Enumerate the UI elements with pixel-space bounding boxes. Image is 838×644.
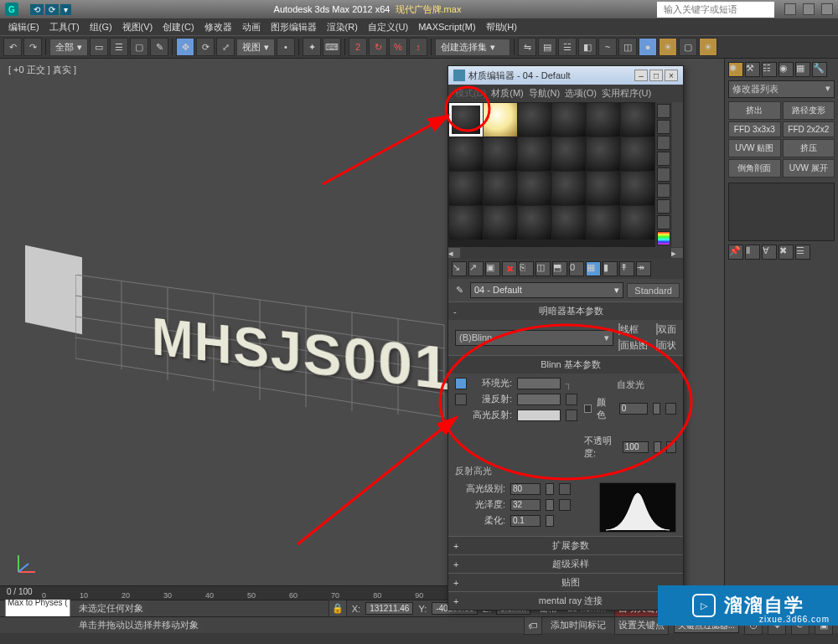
configure-icon[interactable]: ☰	[795, 245, 810, 260]
spinner-icon[interactable]	[653, 403, 660, 415]
menu-item[interactable]: 材质(M)	[491, 87, 524, 100]
lock-selection-icon[interactable]: 🔒	[328, 600, 347, 618]
diffuse-swatch[interactable]	[517, 394, 561, 405]
menu-item[interactable]: 组(G)	[86, 19, 116, 35]
sample-slot[interactable]	[518, 103, 551, 137]
scale-icon[interactable]: ⤢	[216, 38, 235, 56]
redo-icon[interactable]: ↷	[23, 38, 42, 56]
sample-slot[interactable]	[484, 172, 517, 205]
modifier-stack[interactable]	[728, 183, 835, 241]
modifier-button[interactable]: FFD 2x2x2	[783, 121, 835, 137]
show-in-vp-icon[interactable]: ▦	[586, 261, 601, 276]
show-result-icon[interactable]: Ⅱ	[745, 245, 760, 260]
backlight-icon[interactable]	[657, 120, 670, 134]
soften-input[interactable]: 0.1	[510, 515, 541, 527]
menu-item[interactable]: 实用程序(U)	[602, 87, 651, 100]
add-time-tag[interactable]: 添加时间标记	[547, 618, 609, 632]
options-icon[interactable]	[657, 199, 670, 214]
reset-map-icon[interactable]: ✖	[502, 261, 517, 276]
menu-item[interactable]: MAXScript(M)	[415, 20, 478, 33]
close-icon[interactable]: ×	[665, 70, 678, 81]
mirror-icon[interactable]: ⇋	[518, 38, 536, 56]
curve-edit-icon[interactable]: ~	[598, 38, 617, 56]
sample-slot[interactable]	[621, 103, 654, 137]
sample-slot[interactable]	[621, 206, 654, 240]
modifier-button[interactable]: UVW 贴图	[728, 139, 781, 157]
sample-slot[interactable]	[587, 206, 620, 240]
create-tab-icon[interactable]: ✺	[728, 62, 743, 77]
plugin-btn[interactable]: ⟲	[30, 4, 44, 15]
shader-dropdown[interactable]: (B)Blinn▾	[455, 330, 613, 346]
remove-mod-icon[interactable]: ✖	[779, 245, 794, 260]
sample-slot[interactable]	[449, 206, 483, 240]
rollout-header[interactable]: -明暗器基本参数	[448, 302, 683, 320]
undo-icon[interactable]: ↶	[3, 38, 22, 56]
minimize-icon[interactable]: –	[634, 70, 648, 81]
put-library-icon[interactable]: ⬒	[552, 261, 567, 276]
sample-slot[interactable]	[484, 206, 517, 240]
sample-slot[interactable]	[484, 137, 517, 171]
material-type-button[interactable]: Standard	[627, 283, 680, 298]
pivot-icon[interactable]: •	[277, 38, 295, 56]
make-copy-icon[interactable]: ⎘	[519, 261, 534, 276]
rollout-header[interactable]: +贴图	[448, 574, 683, 591]
selfillum-input[interactable]: 0	[619, 403, 648, 415]
go-parent-icon[interactable]: ↟	[619, 261, 634, 276]
utility-tab-icon[interactable]: 🔧	[812, 62, 827, 77]
close-icon[interactable]	[821, 3, 833, 15]
sample-slot[interactable]	[587, 137, 620, 171]
render-frame-icon[interactable]: ▢	[679, 38, 697, 56]
spec-level-map-button[interactable]	[559, 483, 571, 495]
spec-level-input[interactable]: 80	[510, 483, 541, 495]
app-icon[interactable]: G	[5, 3, 18, 16]
rect-select-icon[interactable]: ▢	[130, 38, 148, 56]
menu-item[interactable]: 自定义(U)	[365, 19, 411, 35]
go-sibling-icon[interactable]: ↠	[636, 261, 651, 276]
render-setup-icon[interactable]: ☀	[659, 38, 677, 56]
sample-slot[interactable]	[518, 206, 551, 240]
selection-filter-dropdown[interactable]: 全部▾	[49, 39, 88, 56]
viewport-label[interactable]: [ +0 正交 ] 真实 ]	[8, 64, 76, 76]
paint-select-icon[interactable]: ✎	[150, 38, 168, 56]
material-editor-icon[interactable]: ●	[639, 38, 657, 56]
snap-2d-icon[interactable]: 2	[349, 38, 367, 56]
snap-angle-icon[interactable]: ↻	[369, 38, 387, 56]
render-icon[interactable]: ☀	[699, 38, 717, 56]
maximize-icon[interactable]: □	[649, 70, 663, 81]
graphite-icon[interactable]: ◧	[578, 38, 597, 56]
rollout-header[interactable]: +扩展参数	[448, 537, 683, 554]
mat-id-icon[interactable]: 0	[569, 261, 584, 276]
x-coord-input[interactable]: 131211.46	[365, 602, 413, 615]
spinner-icon[interactable]	[546, 515, 554, 527]
spinner-icon[interactable]	[654, 441, 661, 453]
modify-tab-icon[interactable]: ⚒	[745, 62, 760, 77]
sample-slot[interactable]	[621, 172, 654, 205]
specular-swatch[interactable]	[517, 410, 561, 421]
select-icon[interactable]: ▭	[90, 38, 108, 56]
modifier-button[interactable]: 挤出	[728, 101, 781, 120]
material-map-nav-icon[interactable]	[657, 231, 670, 245]
selfillum-map-button[interactable]	[665, 403, 676, 415]
sample-slot[interactable]	[449, 172, 483, 205]
restore-icon[interactable]	[803, 3, 815, 15]
show-end-icon[interactable]: ▮	[603, 261, 618, 276]
menu-item[interactable]: 创建(C)	[159, 19, 197, 35]
align-icon[interactable]: ▤	[538, 38, 556, 56]
sample-slot[interactable]	[587, 172, 620, 205]
sample-slot[interactable]	[552, 172, 586, 205]
scroll-left-icon[interactable]: ◂	[448, 248, 460, 258]
rollout-header[interactable]: -Blinn 基本参数	[448, 356, 683, 374]
dialog-titlebar[interactable]: 材质编辑器 - 04 - Default – □ ×	[448, 66, 683, 85]
ref-coord-dropdown[interactable]: 视图▾	[236, 39, 275, 56]
diffuse-lock-icon[interactable]	[455, 394, 467, 405]
schematic-icon[interactable]: ◫	[618, 38, 637, 56]
selfillum-checkbox[interactable]	[584, 404, 592, 413]
rollout-header[interactable]: +超级采样	[448, 555, 683, 573]
put-scene-icon[interactable]: ↗	[468, 261, 484, 276]
modifier-button[interactable]: UVW 展开	[783, 159, 835, 178]
sample-slot[interactable]	[518, 172, 551, 205]
uv-tile-icon[interactable]	[657, 152, 670, 166]
menu-item[interactable]: 选项(O)	[565, 87, 597, 100]
make-unique-icon[interactable]: ◫	[535, 261, 551, 276]
get-material-icon[interactable]: ↘	[452, 261, 467, 276]
